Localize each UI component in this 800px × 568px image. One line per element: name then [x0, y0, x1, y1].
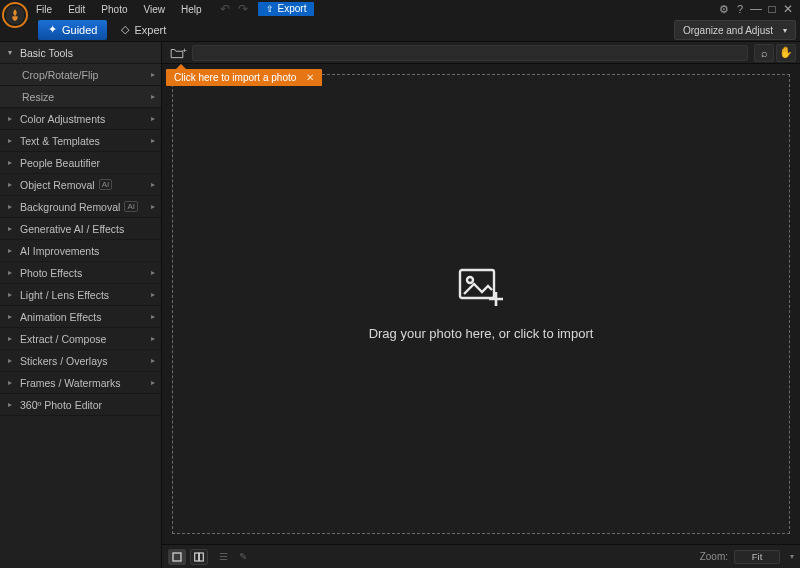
chevron-down-icon: ▾ [783, 26, 787, 35]
plus-icon: + [182, 46, 187, 55]
chevron-right-icon: ▸ [151, 290, 155, 299]
ai-badge: AI [99, 179, 113, 190]
svg-rect-3 [195, 553, 199, 561]
svg-point-1 [467, 277, 473, 283]
sidebar-item[interactable]: ▸Generative AI / Effects [0, 218, 161, 240]
sidebar-item[interactable]: ▸People Beautifier [0, 152, 161, 174]
chevron-down-icon[interactable]: ▾ [790, 552, 794, 561]
tooltip-text: Click here to import a photo [174, 72, 296, 83]
organize-adjust-button[interactable]: Organize and Adjust ▾ [674, 20, 796, 40]
sidebar-item[interactable]: ▸Text & Templates▸ [0, 130, 161, 152]
sidebar-item[interactable]: ▸360º Photo Editor [0, 394, 161, 416]
menu-view[interactable]: View [136, 4, 174, 15]
undo-icon[interactable]: ↶ [216, 2, 234, 16]
menu-help[interactable]: Help [173, 4, 210, 15]
sidebar-item-label: Resize [22, 91, 54, 103]
search-button[interactable]: ⌕ [754, 44, 774, 62]
window-close-icon[interactable]: ✕ [780, 2, 796, 16]
chevron-right-icon: ▸ [8, 312, 16, 321]
magnifier-icon: ⌕ [761, 47, 768, 59]
organize-label: Organize and Adjust [683, 25, 773, 36]
sidebar-item-label: Object Removal [20, 179, 95, 191]
tab-expert-label: Expert [134, 24, 166, 36]
open-folder-button[interactable]: + [166, 44, 188, 62]
sidebar-item-label: Text & Templates [20, 135, 100, 147]
export-label: Export [278, 2, 307, 16]
diamond-icon: ◇ [121, 23, 129, 36]
app-logo[interactable] [2, 2, 28, 28]
chevron-right-icon: ▸ [8, 224, 16, 233]
settings-gear-icon[interactable]: ⚙ [716, 3, 732, 16]
sidebar-item[interactable]: ▸Light / Lens Effects▸ [0, 284, 161, 306]
zoom-value[interactable]: Fit [734, 550, 780, 564]
dropzone-text: Drag your photo here, or click to import [369, 326, 594, 341]
chevron-right-icon: ▸ [8, 268, 16, 277]
layers-icon[interactable]: ☰ [214, 551, 232, 562]
chevron-right-icon: ▸ [8, 180, 16, 189]
chevron-right-icon: ▸ [8, 158, 16, 167]
chevron-down-icon: ▾ [8, 48, 16, 57]
svg-rect-2 [173, 553, 181, 561]
tooltip-close-icon[interactable]: ✕ [306, 72, 314, 83]
chevron-right-icon: ▸ [151, 92, 155, 101]
sidebar-item-label: AI Improvements [20, 245, 99, 257]
help-icon[interactable]: ? [732, 3, 748, 15]
import-dropzone[interactable]: Drag your photo here, or click to import [172, 74, 790, 534]
chevron-right-icon: ▸ [151, 334, 155, 343]
svg-rect-4 [199, 553, 203, 561]
chevron-right-icon: ▸ [151, 202, 155, 211]
sidebar: ▾ Basic Tools Crop/Rotate/Flip ▸ Resize … [0, 42, 162, 568]
chevron-right-icon: ▸ [8, 378, 16, 387]
view-single-button[interactable] [168, 549, 186, 565]
sidebar-resize[interactable]: Resize ▸ [0, 86, 161, 108]
pan-button[interactable]: ✋ [776, 44, 796, 62]
chevron-right-icon: ▸ [8, 136, 16, 145]
export-button[interactable]: ⇪ Export [258, 2, 315, 16]
sidebar-item[interactable]: ▸Extract / Compose▸ [0, 328, 161, 350]
menu-edit[interactable]: Edit [60, 4, 93, 15]
chevron-right-icon: ▸ [8, 290, 16, 299]
sidebar-basic-tools[interactable]: ▾ Basic Tools [0, 42, 161, 64]
tab-expert[interactable]: ◇ Expert [111, 20, 176, 40]
sidebar-item[interactable]: ▸Photo Effects▸ [0, 262, 161, 284]
sidebar-item-label: Generative AI / Effects [20, 223, 124, 235]
path-input[interactable] [192, 45, 748, 61]
tab-guided-label: Guided [62, 24, 97, 36]
sidebar-item-label: Color Adjustments [20, 113, 105, 125]
sidebar-item[interactable]: ▸Stickers / Overlays▸ [0, 350, 161, 372]
sidebar-item[interactable]: ▸AI Improvements [0, 240, 161, 262]
chevron-right-icon: ▸ [151, 378, 155, 387]
chevron-right-icon: ▸ [151, 70, 155, 79]
sidebar-item-label: Basic Tools [20, 47, 73, 59]
chevron-right-icon: ▸ [8, 400, 16, 409]
sidebar-item-label: Crop/Rotate/Flip [22, 69, 98, 81]
sidebar-item[interactable]: ▸Background RemovalAI▸ [0, 196, 161, 218]
tab-guided[interactable]: ✦ Guided [38, 20, 107, 40]
window-minimize-icon[interactable]: — [748, 2, 764, 16]
menu-bar: File Edit Photo View Help ↶ ↷ ⇪ Export ⚙… [0, 0, 800, 18]
sidebar-crop-rotate-flip[interactable]: Crop/Rotate/Flip ▸ [0, 64, 161, 86]
sidebar-item-label: People Beautifier [20, 157, 100, 169]
redo-icon[interactable]: ↷ [234, 2, 252, 16]
sidebar-item-label: Stickers / Overlays [20, 355, 108, 367]
chevron-right-icon: ▸ [8, 334, 16, 343]
chevron-right-icon: ▸ [151, 136, 155, 145]
menu-photo[interactable]: Photo [93, 4, 135, 15]
sidebar-item[interactable]: ▸Frames / Watermarks▸ [0, 372, 161, 394]
view-compare-button[interactable] [190, 549, 208, 565]
brush-icon[interactable]: ✎ [234, 551, 252, 562]
image-placeholder-icon [458, 268, 504, 312]
window-maximize-icon[interactable]: □ [764, 2, 780, 16]
sidebar-item[interactable]: ▸Object RemovalAI▸ [0, 174, 161, 196]
menu-file[interactable]: File [28, 4, 60, 15]
sidebar-item[interactable]: ▸Animation Effects▸ [0, 306, 161, 328]
chevron-right-icon: ▸ [8, 356, 16, 365]
chevron-right-icon: ▸ [8, 246, 16, 255]
ai-badge: AI [124, 201, 138, 212]
sidebar-item-label: 360º Photo Editor [20, 399, 102, 411]
chevron-right-icon: ▸ [151, 268, 155, 277]
sidebar-item[interactable]: ▸Color Adjustments▸ [0, 108, 161, 130]
chevron-right-icon: ▸ [151, 114, 155, 123]
sidebar-item-label: Animation Effects [20, 311, 102, 323]
chevron-right-icon: ▸ [8, 202, 16, 211]
